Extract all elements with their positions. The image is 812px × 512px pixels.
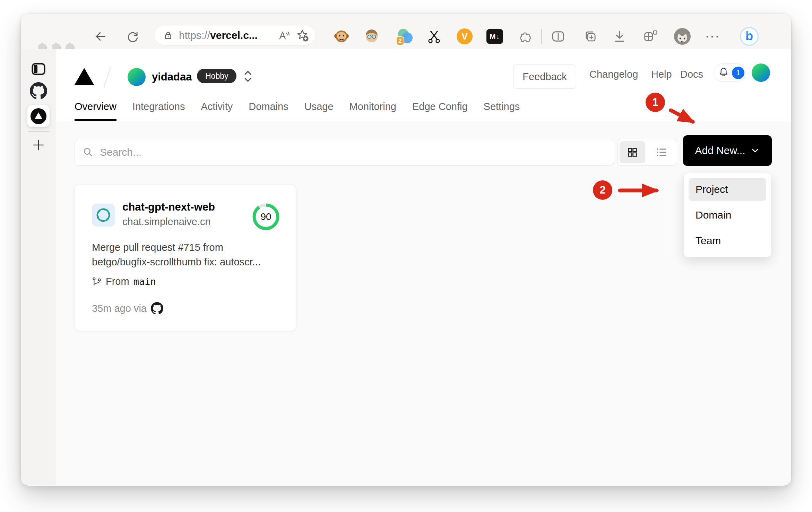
project-name[interactable]: chat-gpt-next-web [122,201,215,213]
reload-button[interactable] [123,27,142,46]
menu-item-project[interactable]: Project [689,178,766,201]
profile-avatar-button[interactable] [673,27,692,46]
tab-github[interactable] [29,82,47,100]
extension-scissors[interactable] [424,27,444,46]
github-favicon [30,82,47,100]
help-link[interactable]: Help [651,69,672,80]
notifications-button[interactable]: 1 [714,63,746,82]
browser-toolbar: https://vercel.c... [21,14,791,49]
plus-icon [33,139,44,151]
new-tab-button[interactable] [30,137,47,153]
apps-grid-icon [643,29,658,44]
read-aloud-icon[interactable] [278,30,290,41]
monkey-icon [334,28,349,44]
extension-badge: 2 [396,36,404,45]
toolbar-divider [541,29,542,44]
score-value: 90 [252,203,280,231]
tab-edge-config[interactable]: Edge Config [412,101,468,121]
bing-chat-button[interactable]: b [740,27,759,46]
user-avatar[interactable] [752,63,770,82]
branch-row: From main [92,276,156,287]
face-glasses-icon [364,28,380,44]
notification-count-badge: 1 [732,67,744,79]
deploy-time: 35m ago via [92,303,147,314]
commit-message-line2: betgo/bugfix-scrollthumb fix: autoscr... [92,256,261,268]
sidebar-divider [28,131,49,132]
add-new-label: Add New... [695,145,745,156]
tab-domains[interactable]: Domains [249,101,288,121]
ellipsis-icon: ··· [706,30,721,43]
sidebar-toggle-button[interactable] [29,59,48,79]
add-tab-to-group-button[interactable] [580,27,600,46]
lighthouse-score-ring: 90 [252,203,280,231]
list-view-icon [656,147,668,157]
split-screen-button[interactable] [548,27,568,46]
search-input[interactable] [100,146,606,158]
scissors-icon [427,29,441,44]
back-button[interactable] [91,27,110,46]
openai-logo-icon [95,207,111,223]
cat-icon [675,33,689,45]
tab-monitoring[interactable]: Monitoring [349,101,396,121]
split-screen-icon [551,30,565,43]
tab-activity[interactable]: Activity [201,101,233,121]
bing-icon: b [740,27,759,46]
dashboard-tabs: Overview Integrations Activity Domains U… [75,101,520,121]
extension-avatar-face[interactable] [362,27,381,46]
markdown-icon: M↓ [486,29,503,44]
tab-usage[interactable]: Usage [304,101,334,121]
extension-tabs-counter[interactable]: 2 [395,27,415,46]
puzzle-icon [518,29,533,44]
menu-item-domain[interactable]: Domain [689,204,766,227]
extension-markdown[interactable]: M↓ [485,27,504,46]
favorite-star-icon[interactable] [296,29,309,42]
sidebar-panel-icon [31,62,46,76]
apps-button[interactable] [641,27,660,46]
back-arrow-icon [97,33,105,40]
breadcrumb-slash [103,66,111,88]
annotation-step-1: 1 [646,93,665,112]
address-bar[interactable]: https://vercel.c... [155,26,315,45]
feedback-button[interactable]: Feedback [513,65,576,89]
project-search[interactable] [75,139,614,166]
lock-icon [163,30,173,41]
cat-avatar [674,28,691,45]
tab-settings[interactable]: Settings [484,101,520,121]
branch-name: main [133,276,156,287]
download-icon [613,30,626,43]
extension-monkey[interactable] [332,27,351,46]
page-content: yidadaa Hobby Feedback Changelog Help Do… [56,49,791,485]
grid-view-button[interactable] [620,141,645,163]
list-view-button[interactable] [649,141,675,163]
branch-prefix: From [106,276,129,287]
reload-icon [126,29,139,43]
menu-item-team[interactable]: Team [689,229,766,252]
add-new-dropdown: Project Domain Team [683,173,771,257]
vercel-logo[interactable] [74,68,94,85]
changelog-link[interactable]: Changelog [589,69,638,80]
commit-message-line1: Merge pull request #715 from [92,242,223,253]
team-avatar[interactable] [128,68,146,86]
circles-icon: 2 [397,29,413,44]
browser-vertical-tabs-sidebar [21,49,56,485]
downloads-button[interactable] [610,27,629,46]
team-switcher-button[interactable] [243,69,252,83]
team-name[interactable]: yidadaa [152,71,192,83]
v-circle-icon: V [457,28,473,44]
tab-vercel-active[interactable] [27,105,50,127]
project-card[interactable]: chat-gpt-next-web chat.simplenaive.cn 90… [74,185,296,331]
docs-link[interactable]: Docs [680,69,703,80]
project-domain[interactable]: chat.simplenaive.cn [122,216,211,228]
extension-v[interactable]: V [455,27,474,46]
tab-integrations[interactable]: Integrations [132,101,185,121]
add-new-button[interactable]: Add New... [683,135,772,166]
extensions-menu-button[interactable] [516,27,535,46]
tab-overview[interactable]: Overview [75,101,116,121]
project-icon-tile [92,204,115,227]
git-branch-icon [92,277,102,287]
browser-window: https://vercel.c... [21,14,791,486]
annotation-step-2: 2 [593,180,612,200]
more-menu-button[interactable]: ··· [703,27,723,46]
svg-text:b: b [745,29,753,43]
bell-icon [718,67,729,78]
